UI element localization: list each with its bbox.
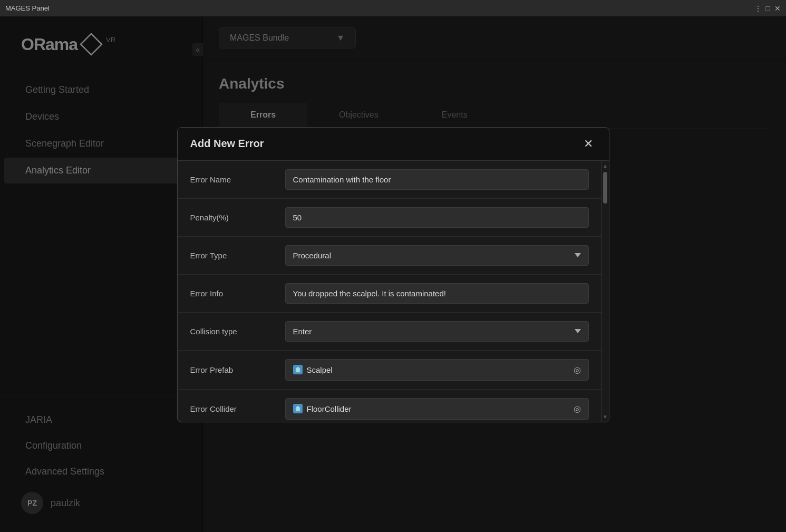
error-type-label: Error Type xyxy=(190,251,275,260)
collision-type-select[interactable]: Enter Exit Stay xyxy=(285,321,589,342)
error-info-input[interactable] xyxy=(285,283,589,304)
scroll-thumb-area xyxy=(602,170,609,413)
error-collider-row: Error Collider FloorCollider ◎ xyxy=(178,390,601,422)
error-type-select[interactable]: Procedural Technical Critical xyxy=(285,245,589,266)
error-prefab-field: Scalpel ◎ xyxy=(285,359,589,381)
error-collider-cube-icon xyxy=(293,404,303,413)
modal-scroll-wrapper: Error Name Penalty(%) Error Type Procedu… xyxy=(178,161,609,422)
modal-header: Add New Error ✕ xyxy=(178,128,609,161)
error-name-row: Error Name xyxy=(178,161,601,199)
modal-title: Add New Error xyxy=(190,138,264,150)
svg-marker-2 xyxy=(296,367,300,369)
error-prefab-cube-icon xyxy=(293,365,303,374)
error-prefab-row: Error Prefab Scalpel ◎ xyxy=(178,351,601,390)
scroll-up-icon[interactable]: ▲ xyxy=(601,162,608,170)
error-collider-field: FloorCollider ◎ xyxy=(285,398,589,420)
title-bar-controls: ⋮ □ ✕ xyxy=(754,4,781,13)
penalty-label: Penalty(%) xyxy=(190,213,275,222)
title-bar: MAGES Panel ⋮ □ ✕ xyxy=(0,0,786,17)
maximize-icon[interactable]: □ xyxy=(766,4,770,13)
title-bar-text: MAGES Panel xyxy=(5,4,50,12)
error-name-input[interactable] xyxy=(285,169,589,190)
modal-close-button[interactable]: ✕ xyxy=(580,136,596,152)
modal-scrollbar[interactable]: ▲ ▼ xyxy=(601,161,609,422)
error-collider-target-button[interactable]: ◎ xyxy=(574,404,581,414)
modal-body: Error Name Penalty(%) Error Type Procedu… xyxy=(178,161,601,422)
error-prefab-target-button[interactable]: ◎ xyxy=(574,365,581,375)
error-info-label: Error Info xyxy=(190,289,275,298)
scroll-thumb[interactable] xyxy=(603,172,607,204)
menu-icon[interactable]: ⋮ xyxy=(754,4,762,13)
close-icon[interactable]: ✕ xyxy=(774,4,781,13)
error-prefab-value: Scalpel xyxy=(307,365,333,374)
modal-overlay: Add New Error ✕ Error Name Penalty(%) Er… xyxy=(0,17,786,532)
error-prefab-label: Error Prefab xyxy=(190,365,275,374)
penalty-row: Penalty(%) xyxy=(178,199,601,237)
error-type-row: Error Type Procedural Technical Critical xyxy=(178,237,601,275)
svg-rect-3 xyxy=(296,408,300,411)
collision-type-row: Collision type Enter Exit Stay xyxy=(178,313,601,351)
svg-marker-4 xyxy=(296,406,300,408)
svg-rect-1 xyxy=(296,369,300,372)
error-info-row: Error Info xyxy=(178,275,601,313)
error-collider-label: Error Collider xyxy=(190,404,275,413)
error-collider-value: FloorCollider xyxy=(307,404,352,413)
penalty-input[interactable] xyxy=(285,207,589,228)
add-new-error-modal: Add New Error ✕ Error Name Penalty(%) Er… xyxy=(177,127,609,422)
collision-type-label: Collision type xyxy=(190,327,275,336)
scroll-down-icon[interactable]: ▼ xyxy=(601,413,608,421)
error-name-label: Error Name xyxy=(190,175,275,184)
